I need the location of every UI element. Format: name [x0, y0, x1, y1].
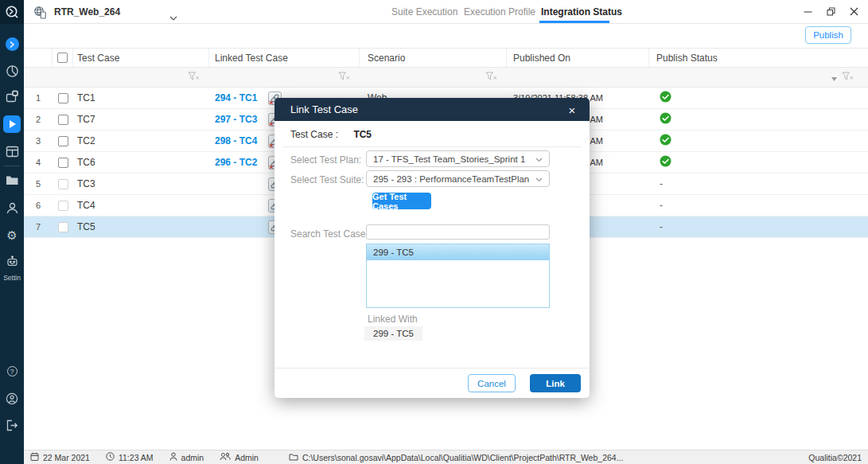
role-icon [220, 452, 231, 462]
logout-icon[interactable] [0, 419, 24, 431]
filter-clear-icon-scenario[interactable] [485, 70, 497, 84]
status-user: admin [181, 453, 204, 462]
expand-sidebar-icon[interactable] [0, 37, 24, 51]
get-test-cases-button[interactable]: Get Test Cases [372, 193, 431, 209]
filter-clear-icon-linked[interactable] [338, 70, 350, 84]
chevron-down-icon[interactable] [169, 10, 177, 24]
linked-with-chip: 299 - TC5 [364, 326, 422, 341]
row-checkbox[interactable] [58, 222, 68, 232]
titlebar: RTR_Web_264 Suite Execution Execution Pr… [24, 0, 868, 24]
test-case-label: Test Case : [290, 129, 338, 140]
filter-clear-icon-test-case[interactable] [188, 70, 200, 84]
dialog-close-icon[interactable]: × [564, 102, 580, 118]
execute-play-icon[interactable] [3, 115, 21, 133]
develop-box-icon[interactable] [0, 90, 24, 103]
chevron-down-icon [535, 174, 543, 184]
help-icon[interactable]: ? [0, 366, 24, 376]
cancel-button[interactable]: Cancel [468, 374, 516, 392]
test-case-name: TC7 [73, 109, 209, 130]
project-selector[interactable]: RTR_Web_264 [54, 6, 120, 18]
profile-person-icon[interactable] [0, 201, 24, 215]
col-scenario: Scenario [360, 49, 507, 67]
sidebar-divider [4, 166, 20, 166]
status-role: Admin [235, 453, 259, 462]
test-suite-select[interactable]: 295 - 293 : PerformanceTeamTestPlan [366, 170, 550, 187]
sidebar: ⚙ Settin ? [0, 0, 24, 464]
published-check-icon [660, 155, 671, 170]
test-plan-label: Select Test Plan: [290, 154, 361, 166]
status-date: 22 Mar 2021 [43, 453, 90, 462]
status-project-path: C:\Users\sonal.gosavi\AppData\Local\Qual… [302, 453, 623, 462]
account-icon[interactable] [0, 392, 24, 405]
minimize-icon[interactable] [799, 3, 816, 19]
calendar-icon [30, 452, 39, 462]
sidebar-settings-label: Settin [0, 274, 24, 282]
search-test-case-input[interactable] [366, 224, 550, 240]
row-number: 7 [24, 216, 53, 237]
row-checkbox[interactable] [58, 136, 68, 146]
published-check-icon [660, 134, 671, 148]
test-case-name: TC4 [73, 195, 209, 216]
qualitia-logo [0, 0, 24, 24]
linked-test-case-link[interactable]: 298 - TC4 [215, 135, 257, 146]
row-number-header [24, 49, 53, 67]
dialog-footer-divider [274, 368, 590, 368]
chevron-down-icon [535, 154, 543, 164]
row-number: 3 [24, 131, 53, 151]
close-window-icon[interactable] [845, 3, 862, 19]
clock-icon [106, 452, 115, 462]
link-button-confirm[interactable]: Link [530, 374, 581, 392]
row-number: 5 [24, 174, 53, 194]
table-filter-row [24, 68, 868, 88]
col-published-on: Published On [507, 49, 649, 67]
test-case-name: TC6 [73, 152, 209, 173]
dialog-divider [282, 146, 582, 147]
test-case-value: TC5 [353, 129, 372, 140]
test-case-result-item[interactable]: 299 - TC5 [367, 244, 549, 260]
test-plan-select[interactable]: 17 - TFS_Test Team_Stories_Sprint 1 [366, 150, 550, 167]
published-check-icon [660, 91, 671, 105]
filter-clear-icon-status[interactable] [842, 70, 854, 84]
project-icon [33, 6, 47, 22]
col-test-case: Test Case [73, 49, 209, 67]
status-filter-dropdown-icon[interactable] [831, 70, 837, 84]
row-number: 6 [24, 195, 53, 216]
test-case-name: TC1 [73, 88, 209, 108]
row-checkbox[interactable] [58, 93, 68, 103]
linked-test-case-link[interactable]: 297 - TC3 [215, 114, 257, 125]
row-checkbox[interactable] [58, 201, 68, 211]
published-check-icon [660, 112, 671, 127]
user-icon [169, 452, 177, 462]
test-case-results-list[interactable]: 299 - TC5 [366, 244, 550, 308]
dashboard-pie-icon[interactable] [0, 64, 24, 78]
unlink-x-mark: × [269, 99, 273, 107]
tab-suite-execution[interactable]: Suite Execution [391, 0, 457, 24]
col-linked-test-case: Linked Test Case [209, 49, 360, 67]
settings-gear-icon[interactable]: ⚙ [0, 229, 24, 241]
select-all-checkbox[interactable] [57, 53, 68, 63]
linked-test-case-link[interactable]: 294 - TC1 [215, 92, 257, 103]
status-bar: 22 Mar 2021 11:23 AM admin Admin C:\User… [24, 450, 868, 464]
row-checkbox[interactable] [58, 115, 68, 125]
restore-window-icon[interactable] [822, 3, 839, 19]
linked-test-case-link[interactable]: 296 - TC2 [215, 157, 257, 168]
status-time: 11:23 AM [119, 453, 154, 462]
unlink-x-mark: × [269, 120, 273, 128]
bot-icon[interactable] [0, 255, 24, 269]
row-checkbox[interactable] [58, 179, 68, 189]
test-case-name: TC2 [73, 131, 209, 151]
search-test-case-label: Search Test Case: [290, 228, 368, 240]
dialog-titlebar: Link Test Case × [274, 98, 590, 121]
publish-button[interactable]: Publish [805, 26, 851, 44]
repository-folder-icon[interactable] [0, 174, 24, 186]
tab-execution-profile[interactable]: Execution Profile [464, 0, 535, 24]
status-dash: - [660, 200, 663, 211]
application-window: ⚙ Settin ? RTR_Web_264 Suite Execution E… [0, 0, 868, 464]
table-header: Test Case Linked Test Case Scenario Publ… [24, 48, 868, 68]
test-case-name: TC3 [73, 174, 209, 194]
row-checkbox[interactable] [58, 158, 68, 168]
reports-layout-icon[interactable] [0, 145, 24, 158]
test-case-name: TC5 [73, 216, 209, 237]
row-number: 1 [24, 88, 53, 108]
active-tab-underline [539, 21, 609, 23]
